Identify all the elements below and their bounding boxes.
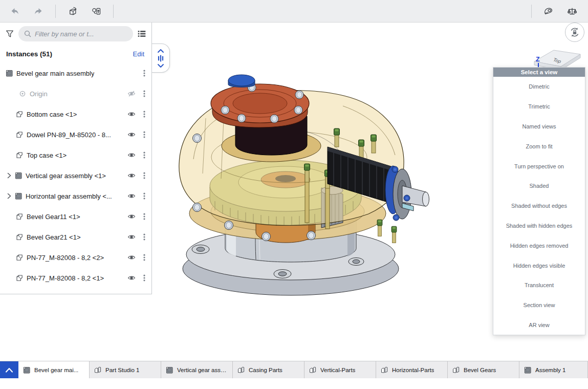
part-studio-icon: [380, 366, 388, 374]
onshape-app-window: Top Z Select a view Dimetric Trimetric N…: [0, 0, 588, 389]
tab-vertical-parts[interactable]: Vertical-Parts: [304, 361, 376, 378]
part-icon: [15, 253, 24, 262]
visibility-icon[interactable]: [127, 274, 136, 282]
part-icon: [15, 151, 24, 159]
kebab-menu-icon[interactable]: [140, 274, 148, 282]
graphics-viewport[interactable]: [174, 69, 430, 302]
tree-row-root-assembly[interactable]: Bevel gear main assembly: [0, 63, 151, 83]
tree-row-origin[interactable]: Origin: [0, 83, 151, 104]
tree-row-label: Bevel gear main assembly: [16, 70, 94, 77]
document-tabbar: Bevel gear mai... Part Studio 1 Vertical…: [0, 361, 588, 378]
exploded-view-button[interactable]: [86, 3, 106, 20]
list-view-icon[interactable]: [137, 29, 146, 38]
view-menu-item-shaded-without-edges[interactable]: Shaded without edges: [493, 196, 585, 216]
tree-row-label: Dowel PN-89_M-85020 - 8...: [27, 131, 111, 139]
redo-button[interactable]: [29, 3, 48, 20]
tree-row-vertical-gear-assembly[interactable]: Vertical gear assembly <1>: [0, 165, 151, 186]
filter-input[interactable]: [35, 30, 128, 38]
model-canvas[interactable]: [174, 69, 430, 302]
expand-chevron-icon[interactable]: [5, 192, 13, 200]
insert-button[interactable]: [63, 3, 82, 20]
tab-assembly-1[interactable]: Assembly 1: [519, 361, 588, 378]
toolbar-separator: [55, 5, 56, 18]
model-top-cap[interactable]: [211, 75, 321, 162]
tab-vertical-gear-assembly[interactable]: Vertical gear asse...: [161, 361, 233, 378]
visibility-icon[interactable]: [127, 192, 136, 200]
tab-label: Horizontal-Parts: [392, 367, 434, 373]
undo-button[interactable]: [5, 3, 25, 20]
visibility-icon[interactable]: [127, 151, 136, 159]
insert-icon: [68, 7, 77, 16]
view-menu-item-zoom-to-fit[interactable]: Zoom to fit: [493, 136, 585, 156]
visibility-icon[interactable]: [127, 253, 136, 262]
tree-row-bevel-gear11[interactable]: Bevel Gear11 <1>: [0, 206, 151, 227]
kebab-menu-icon[interactable]: [140, 151, 148, 159]
mass-properties-icon: [568, 7, 577, 16]
filter-input-pill[interactable]: [18, 26, 133, 41]
kebab-menu-icon[interactable]: [140, 90, 148, 98]
kebab-menu-icon[interactable]: [140, 69, 148, 77]
view-menu-item-hidden-edges-removed[interactable]: Hidden edges removed: [493, 235, 585, 255]
kebab-menu-icon[interactable]: [140, 212, 148, 221]
view-menu-item-section-view[interactable]: Section view: [493, 295, 585, 315]
view-menu-item-hidden-edges-visible[interactable]: Hidden edges visible: [493, 255, 585, 275]
filter-icon[interactable]: [5, 29, 14, 38]
configuration-sliders-icon: [156, 54, 165, 63]
tab-label: Bevel Gears: [464, 367, 496, 373]
tree-row-top-case[interactable]: Top case <1>: [0, 145, 151, 165]
model-output-flange[interactable]: [385, 166, 429, 221]
tab-bevel-gears[interactable]: Bevel Gears: [448, 361, 519, 378]
tab-casing-parts[interactable]: Casing Parts: [233, 361, 304, 378]
part-icon: [15, 233, 24, 241]
measure-button[interactable]: [539, 3, 558, 20]
view-menu-item-ar-view[interactable]: AR view: [493, 315, 585, 335]
assembly-icon: [14, 171, 23, 180]
edit-link[interactable]: Edit: [133, 50, 144, 58]
view-menu-item-perspective[interactable]: Turn perspective on: [493, 156, 585, 176]
visibility-icon[interactable]: [127, 233, 136, 241]
visibility-icon[interactable]: [127, 110, 136, 118]
kebab-menu-icon[interactable]: [140, 253, 148, 262]
tab-horizontal-parts[interactable]: Horizontal-Parts: [376, 361, 448, 378]
visibility-icon[interactable]: [127, 212, 136, 221]
tree-row-pn77-1[interactable]: PN-77_M-82008 - 8,2 <1>: [0, 268, 151, 288]
view-menu-item-named-views[interactable]: Named views: [493, 117, 585, 137]
tree-row-dowel[interactable]: Dowel PN-89_M-85020 - 8...: [0, 124, 151, 145]
tree-row-bevel-gear21[interactable]: Bevel Gear21 <1>: [0, 227, 151, 247]
tree-row-pn77-2[interactable]: PN-77_M-82008 - 8,2 <2>: [0, 247, 151, 268]
kebab-menu-icon[interactable]: [140, 192, 148, 200]
tab-label: Vertical-Parts: [320, 367, 355, 373]
assembly-icon: [5, 69, 13, 77]
kebab-menu-icon[interactable]: [140, 131, 148, 139]
tree-row-bottom-case[interactable]: Bottom case <1>: [0, 104, 151, 124]
tab-part-studio-1[interactable]: Part Studio 1: [90, 361, 161, 378]
tab-bevel-gear-main-assembly[interactable]: Bevel gear mai...: [18, 361, 90, 378]
tab-label: Part Studio 1: [105, 367, 139, 373]
visibility-icon[interactable]: [127, 131, 136, 139]
kebab-menu-icon[interactable]: [140, 233, 148, 241]
view-menu-item-translucent[interactable]: Translucent: [493, 275, 585, 295]
view-menu-item-shaded[interactable]: Shaded: [493, 176, 585, 196]
chevron-up-icon: [5, 367, 14, 373]
kebab-menu-icon[interactable]: [140, 110, 148, 118]
mass-properties-button[interactable]: [562, 3, 582, 20]
rotation-lock-button[interactable]: [565, 23, 584, 42]
toolbar-separator: [113, 5, 114, 18]
view-menu-item-trimetric[interactable]: Trimetric: [493, 97, 585, 117]
visibility-icon[interactable]: [127, 171, 136, 180]
tree-row-label: Top case <1>: [27, 152, 67, 159]
visibility-off-icon[interactable]: [127, 90, 136, 98]
tree-row-label: Horizontal gear assembly <...: [26, 192, 112, 200]
expand-chevron-icon[interactable]: [5, 171, 13, 180]
kebab-menu-icon[interactable]: [140, 171, 148, 180]
tree-row-horizontal-gear-assembly[interactable]: Horizontal gear assembly <...: [0, 186, 151, 206]
tab-manager-button[interactable]: [0, 361, 18, 378]
select-view-menu: Select a view Dimetric Trimetric Named v…: [493, 67, 585, 335]
panel-flyout-handle[interactable]: [151, 44, 170, 73]
assembly-icon: [23, 366, 31, 374]
assembly-icon: [14, 192, 23, 200]
view-menu-item-shaded-hidden-edges[interactable]: Shaded with hidden edges: [493, 216, 585, 236]
select-view-menu-header: Select a view: [493, 68, 585, 77]
toolbar-separator: [531, 5, 532, 18]
view-menu-item-dimetric[interactable]: Dimetric: [493, 77, 585, 97]
